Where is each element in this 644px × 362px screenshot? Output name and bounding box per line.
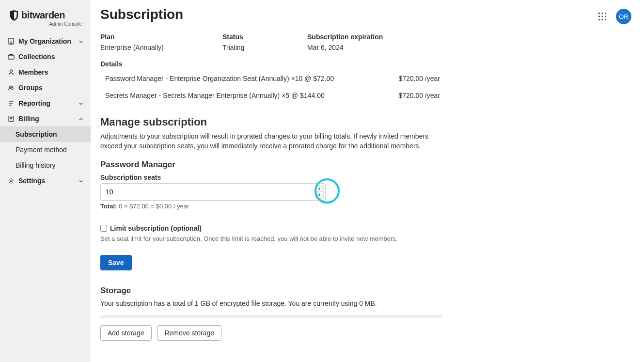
sidebar-item-collections[interactable]: Collections xyxy=(0,49,91,64)
details-price: $720.00 /year xyxy=(398,75,440,82)
sidebar-item-label: Reporting xyxy=(18,99,74,107)
pm-heading: Password Manager xyxy=(100,160,634,170)
storage-heading: Storage xyxy=(100,286,634,296)
chevron-down-icon xyxy=(78,178,84,184)
gear-icon xyxy=(8,177,15,184)
sidebar-item-label: Settings xyxy=(18,177,74,185)
svg-point-9 xyxy=(9,86,11,88)
seats-stepper[interactable]: ▲ ▼ xyxy=(315,185,324,199)
subscription-info: Plan Enterprise (Annually) Status Triali… xyxy=(100,33,634,51)
seats-input[interactable] xyxy=(100,183,326,201)
sidebar-item-billing[interactable]: Billing xyxy=(0,111,91,126)
seats-total: Total: 0 × $72.00 = $0.00 / year xyxy=(100,203,634,210)
storage-text: Your subscription has a total of 1 GB of… xyxy=(100,299,634,307)
plan-value: Enterprise (Annually) xyxy=(100,44,222,51)
plan-label: Plan xyxy=(100,33,222,41)
shield-icon xyxy=(10,10,18,21)
seats-label: Subscription seats xyxy=(100,173,634,181)
svg-point-10 xyxy=(12,86,13,88)
seats-input-wrap: ▲ ▼ xyxy=(100,183,326,201)
details-desc: Secrets Manager - Secrets Manager Enterp… xyxy=(105,92,325,99)
svg-rect-19 xyxy=(598,13,600,14)
sidebar-item-label: Collections xyxy=(18,53,84,61)
page-title: Subscription xyxy=(100,7,634,22)
brand-subtitle: Admin Console xyxy=(10,21,82,27)
sidebar-item-members[interactable]: Members xyxy=(0,64,91,80)
expiration-value: Mar 6, 2024 xyxy=(307,44,383,51)
chevron-down-icon xyxy=(78,100,84,106)
sidebar-item-org[interactable]: My Organization xyxy=(0,33,91,49)
users-icon xyxy=(8,84,15,91)
svg-rect-0 xyxy=(9,38,14,44)
limit-checkbox[interactable] xyxy=(100,225,107,232)
sidebar-item-groups[interactable]: Groups xyxy=(0,80,91,95)
brand-name: bitwarden xyxy=(21,10,65,21)
user-avatar[interactable]: OR xyxy=(616,9,631,24)
svg-rect-24 xyxy=(605,16,606,17)
details-block: Details Password Manager - Enterprise Or… xyxy=(100,60,634,104)
svg-rect-23 xyxy=(602,16,603,17)
user-icon xyxy=(8,69,15,76)
sidebar-item-label: My Organization xyxy=(18,37,74,45)
storage-progress xyxy=(100,315,442,318)
details-heading: Details xyxy=(100,60,442,70)
svg-rect-27 xyxy=(605,19,606,20)
details-row: Secrets Manager - Secrets Manager Enterp… xyxy=(100,87,442,104)
expiration-label: Subscription expiration xyxy=(307,33,383,41)
sidebar: bitwarden Admin Console My Organization … xyxy=(0,0,91,362)
remove-storage-button[interactable]: Remove storage xyxy=(157,325,221,341)
sidebar-item-settings[interactable]: Settings xyxy=(0,173,91,189)
billing-submenu: Subscription Payment method Billing hist… xyxy=(0,126,91,173)
sidebar-sub-subscription[interactable]: Subscription xyxy=(0,126,91,142)
sidebar-item-label: Members xyxy=(18,68,84,76)
details-desc: Password Manager - Enterprise Organizati… xyxy=(105,75,334,82)
app-launcher-icon[interactable] xyxy=(597,12,607,21)
billing-icon xyxy=(8,115,15,122)
limit-row: Limit subscription (optional) xyxy=(100,224,634,232)
sidebar-item-label: Groups xyxy=(18,84,84,92)
sidebar-sub-history[interactable]: Billing history xyxy=(0,157,91,173)
chevron-down-icon xyxy=(78,38,84,44)
main-content: OR Subscription Plan Enterprise (Annuall… xyxy=(91,0,644,362)
add-storage-button[interactable]: Add storage xyxy=(100,325,152,341)
svg-rect-20 xyxy=(602,13,603,14)
svg-rect-21 xyxy=(605,13,606,14)
save-button[interactable]: Save xyxy=(100,255,132,270)
collections-icon xyxy=(8,53,15,60)
svg-rect-5 xyxy=(11,43,12,44)
sidebar-item-label: Billing xyxy=(18,115,74,123)
svg-point-18 xyxy=(10,180,12,182)
limit-help: Set a seat limit for your subscription. … xyxy=(100,235,634,242)
status-value: Trialing xyxy=(222,44,307,51)
brand-logo[interactable]: bitwarden Admin Console xyxy=(0,0,91,33)
status-label: Status xyxy=(222,33,307,41)
bars-icon xyxy=(8,100,15,107)
svg-rect-25 xyxy=(598,19,600,20)
details-price: $720.00 /year xyxy=(398,92,440,99)
stepper-up-icon[interactable]: ▲ xyxy=(315,186,323,192)
building-icon xyxy=(8,38,15,45)
limit-label: Limit subscription (optional) xyxy=(110,224,202,232)
svg-point-8 xyxy=(10,70,13,72)
svg-rect-6 xyxy=(8,55,14,59)
sidebar-item-reporting[interactable]: Reporting xyxy=(0,95,91,111)
svg-rect-22 xyxy=(598,16,600,17)
details-row: Password Manager - Enterprise Organizati… xyxy=(100,70,442,87)
manage-help: Adjustments to your subscription will re… xyxy=(100,131,440,151)
chevron-up-icon xyxy=(78,116,84,122)
manage-heading: Manage subscription xyxy=(100,116,634,128)
svg-rect-26 xyxy=(602,19,603,20)
sidebar-sub-payment[interactable]: Payment method xyxy=(0,142,91,157)
stepper-down-icon[interactable]: ▼ xyxy=(315,192,323,198)
